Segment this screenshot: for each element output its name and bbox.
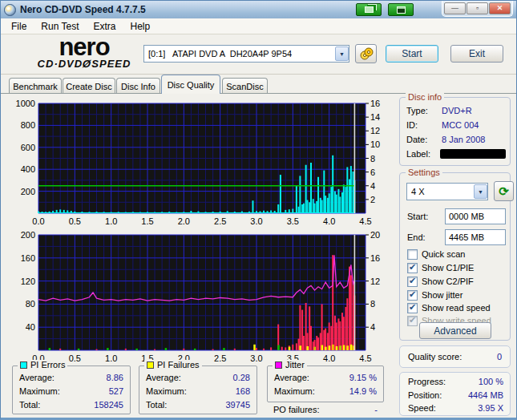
svg-text:12: 12 [370, 126, 380, 135]
svg-text:0.5: 0.5 [69, 216, 81, 226]
max-label: Maximum: [19, 386, 60, 396]
speed-select-value: 4 X [411, 187, 425, 196]
save-button[interactable] [388, 3, 414, 16]
pi-errors-swatch-icon [20, 361, 27, 369]
quality-score-label: Quality score: [408, 352, 462, 361]
pif-jitter-chart: 4080120160200481216200.00.51.01.52.02.53… [7, 230, 394, 365]
speed-value: 3.95 X [478, 403, 503, 413]
advanced-button[interactable]: Advanced [419, 322, 491, 339]
position-value: 4464 MB [468, 390, 503, 400]
tab-disc-quality[interactable]: Disc Quality [161, 75, 220, 94]
checkbox-show-read-speed[interactable]: Show read speed [407, 302, 491, 313]
menu-bar: File Run Test Extra Help [1, 18, 516, 34]
settings-title: Settings [406, 168, 442, 177]
svg-text:400: 400 [21, 164, 35, 174]
avg-label: Average: [19, 373, 55, 382]
checkbox-icon [407, 303, 418, 313]
window-controls: — ▫ ✕ [442, 1, 513, 17]
menu-run-test[interactable]: Run Test [34, 18, 86, 34]
app-window: Nero CD-DVD Speed 4.7.7.5 — ▫ ✕ File Run… [0, 0, 517, 420]
refresh-icon: ⟳ [499, 184, 509, 199]
checkbox-show-c2-pif[interactable]: Show C2/PIF [407, 276, 474, 287]
menu-help[interactable]: Help [123, 18, 158, 34]
position-label: Position: [408, 390, 442, 400]
po-failures-value: - [345, 405, 378, 414]
svg-text:6: 6 [370, 168, 375, 177]
avg-value: 9.15 % [349, 373, 377, 382]
svg-text:160: 160 [21, 253, 35, 263]
disc-info-title: Disc info [406, 92, 444, 102]
checkbox-icon [407, 263, 418, 273]
disc-glyph-icon: Ø [82, 58, 92, 70]
start-button[interactable]: Start [386, 45, 438, 63]
tab-benchmark[interactable]: Benchmark [9, 78, 62, 94]
pi-failures-swatch-icon [147, 361, 154, 369]
total-value: 158245 [94, 400, 123, 410]
exit-button[interactable]: Exit [450, 45, 503, 63]
svg-text:4: 4 [370, 322, 375, 332]
checkbox-icon [407, 290, 418, 301]
svg-text:120: 120 [21, 277, 35, 286]
refresh-speeds-button[interactable]: ⟳ [494, 181, 514, 201]
svg-text:4: 4 [370, 181, 375, 191]
nero-logo: nero CD·DVDØSPEED [25, 36, 143, 70]
pi-errors-box: PI Errors Average: 8.86 Maximum: 527 Tot… [12, 365, 131, 414]
drive-select[interactable]: [0:1] ATAPI DVD A DH20A4P 9P54 ▼ [143, 45, 349, 63]
avg-value: 8.86 [107, 373, 123, 382]
floppy-icon [397, 6, 406, 14]
pi-failures-title: PI Failures [157, 360, 200, 370]
chevron-down-icon[interactable]: ▼ [474, 184, 487, 199]
minimize-button[interactable]: — [444, 2, 466, 14]
tab-create-disc[interactable]: Create Disc [63, 78, 115, 94]
menu-extra[interactable]: Extra [86, 18, 123, 34]
tab-disc-info[interactable]: Disc Info [116, 78, 160, 94]
screenshot-button[interactable] [356, 3, 382, 16]
close-button[interactable]: ✕ [489, 2, 511, 14]
maximize-button[interactable]: ▫ [467, 2, 488, 14]
po-failures-label: PO failures: [273, 405, 319, 414]
checkbox-icon [407, 249, 418, 260]
svg-text:8: 8 [370, 299, 375, 309]
tab-bar: Benchmark Create Disc Disc Info Disc Qua… [1, 75, 516, 94]
tab-scandisc[interactable]: ScanDisc [222, 78, 268, 94]
svg-text:600: 600 [21, 143, 35, 152]
svg-text:4.5: 4.5 [359, 216, 371, 226]
window-title: Nero CD-DVD Speed 4.7.7.5 [20, 4, 146, 15]
checkbox-quick-scan[interactable]: Quick scan [407, 248, 465, 260]
total-label: Total: [146, 400, 167, 410]
speed-label: Speed: [408, 403, 436, 413]
progress-label: Progress: [408, 377, 446, 386]
label-redacted-bar [440, 149, 506, 159]
menu-file[interactable]: File [4, 18, 34, 34]
svg-text:16: 16 [370, 253, 380, 263]
disc-info-group: Disc info Type: DVD+R ID: MCC 004 Date: … [399, 97, 511, 166]
max-value: 527 [109, 386, 123, 396]
checkbox-show-jitter[interactable]: Show jitter [407, 289, 462, 301]
start-input[interactable] [445, 208, 506, 224]
checkbox-show-c1-pie[interactable]: Show C1/PIE [407, 262, 474, 273]
checkbox-icon [407, 277, 418, 287]
label-label: Label: [406, 149, 430, 159]
pi-errors-title: PI Errors [30, 360, 65, 370]
app-icon [4, 4, 16, 16]
chevron-down-icon[interactable]: ▼ [335, 46, 349, 61]
total-value: 39745 [225, 400, 250, 410]
end-input[interactable] [445, 229, 506, 245]
discs-icon [358, 46, 374, 61]
logo-cdvdspeed-text: CD·DVDØSPEED [25, 58, 143, 70]
quality-score-value: 0 [497, 352, 502, 361]
svg-text:40: 40 [26, 322, 35, 332]
avg-value: 0.28 [233, 373, 250, 382]
eject-button[interactable] [355, 44, 377, 63]
svg-text:10: 10 [370, 139, 380, 149]
svg-text:12: 12 [370, 277, 380, 286]
svg-text:1.0: 1.0 [105, 353, 117, 363]
svg-text:4.0: 4.0 [323, 353, 335, 363]
pi-errors-chart: 20040060080010002468101214160.00.51.01.5… [7, 99, 394, 228]
speed-select[interactable]: 4 X ▼ [406, 183, 488, 200]
svg-text:2.5: 2.5 [214, 353, 226, 363]
title-bar: Nero CD-DVD Speed 4.7.7.5 — ▫ ✕ [1, 1, 516, 18]
jitter-title: Jitter [285, 360, 305, 370]
svg-text:16: 16 [370, 99, 380, 108]
svg-text:14: 14 [370, 112, 380, 122]
